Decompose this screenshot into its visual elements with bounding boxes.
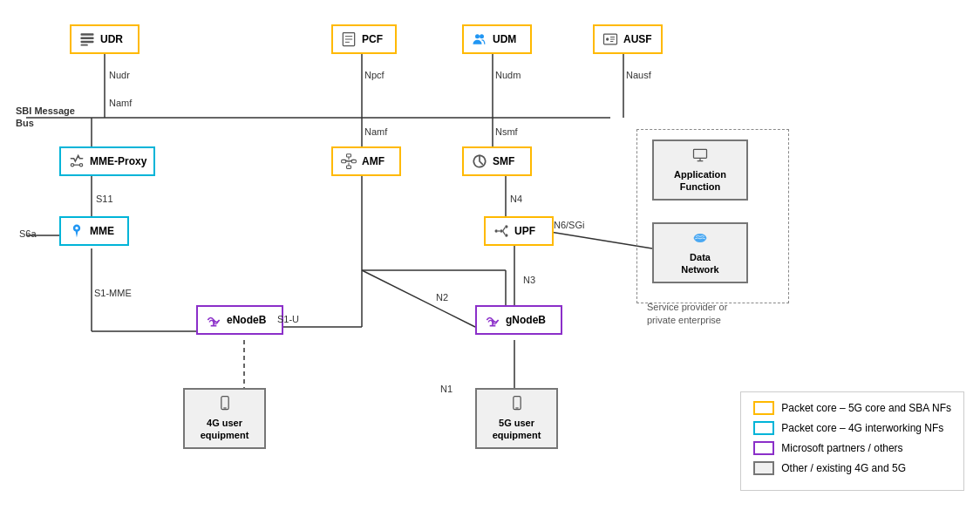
n3-label: N3 [523,275,535,285]
ausf-node: AUSF [593,24,663,54]
legend-item-purple: Microsoft partners / others [753,441,951,455]
svg-line-21 [362,270,475,327]
udm-label: UDM [493,33,516,45]
nudm-label: Nudm [495,70,521,80]
svg-rect-24 [81,37,94,40]
ue4g-label: 4G userequipment [201,417,249,442]
ue4g-icon [216,395,234,412]
n4-label: N4 [510,194,522,204]
s1u-label: S1-U [277,314,299,324]
udr-node: UDR [70,24,140,54]
amf-label: AMF [362,155,385,167]
legend-item-yellow: Packet core – 5G core and SBA NFs [753,401,951,415]
mme-proxy-icon [68,153,85,170]
legend-box-purple [753,441,774,455]
s1mme-label: S1-MME [94,288,132,298]
s11-label: S11 [96,194,113,204]
svg-point-38 [71,164,73,167]
nudr-label: Nudr [109,70,130,80]
svg-point-54 [500,229,502,232]
s6a-label: S6a [19,228,37,239]
sbi-label: SBI MessageBus [16,105,75,130]
legend-label-yellow: Packet core – 5G core and SBA NFs [781,402,951,414]
legend: Packet core – 5G core and SBA NFs Packet… [740,391,964,491]
ausf-label: AUSF [623,33,652,45]
mme-node: MME [59,216,129,246]
legend-label-cyan: Packet core – 4G interworking NFs [781,422,943,434]
npcf-label: Npcf [364,70,385,80]
udr-label: UDR [100,33,123,45]
ue5g-icon [508,395,526,412]
mme-icon [68,222,85,240]
svg-rect-25 [81,41,94,44]
enodeb-label: eNodeB [227,314,266,326]
svg-rect-45 [347,166,351,168]
svg-rect-26 [81,44,88,46]
udm-node: UDM [462,24,532,54]
svg-point-39 [79,164,82,167]
legend-box-cyan [753,421,774,435]
upf-icon [493,222,510,240]
udr-icon [78,31,96,48]
ue5g-node: 5G userequipment [475,388,558,449]
svg-point-31 [475,34,480,38]
n1-label: N1 [440,384,453,394]
namf-udr-label: Namf [109,98,132,108]
svg-point-41 [75,227,78,229]
service-provider-region [636,129,789,303]
amf-node: AMF [331,146,401,176]
enodeb-icon [205,311,222,329]
pcf-node: PCF [331,24,397,54]
svg-point-51 [495,229,498,232]
legend-box-yellow [753,401,774,415]
gnodeb-label: gNodeB [506,314,546,326]
legend-label-gray: Other / existing 4G and 5G [781,462,906,474]
upf-label: UPF [514,225,535,237]
service-provider-label: Service provider orprivate enterprise [647,301,727,328]
mme-proxy-label: MME-Proxy [90,155,146,167]
ue5g-label: 5G userequipment [493,417,541,442]
svg-line-56 [503,228,506,231]
svg-rect-23 [81,33,94,36]
ausf-icon [602,31,619,48]
mme-label: MME [90,225,114,237]
nausf-label: Nausf [626,70,651,80]
enodeb-node: eNodeB [196,305,283,335]
legend-box-gray [753,461,774,475]
namf-amf-label: Namf [364,126,387,137]
n6-label: N6/SGi [554,220,584,230]
pcf-icon [340,31,357,48]
smf-icon [471,153,488,170]
svg-line-57 [503,231,506,235]
svg-rect-42 [347,154,351,157]
amf-icon [340,153,357,170]
legend-item-cyan: Packet core – 4G interworking NFs [753,421,951,435]
legend-item-gray: Other / existing 4G and 5G [753,461,951,475]
smf-node: SMF [462,146,532,176]
svg-point-32 [480,34,484,38]
mme-proxy-node: MME-Proxy [59,146,155,176]
ue4g-node: 4G userequipment [183,388,266,449]
upf-node: UPF [484,216,554,246]
gnodeb-node: gNodeB [475,305,562,335]
udm-icon [471,31,488,48]
nsmf-label: Nsmf [495,126,518,137]
pcf-label: PCF [362,33,383,45]
diagram-container: UDR PCF UDM AUSF [0,0,980,517]
svg-point-34 [606,37,609,40]
smf-label: SMF [493,155,514,167]
n2-label: N2 [436,292,448,303]
gnodeb-icon [484,311,501,329]
legend-label-purple: Microsoft partners / others [781,442,902,454]
